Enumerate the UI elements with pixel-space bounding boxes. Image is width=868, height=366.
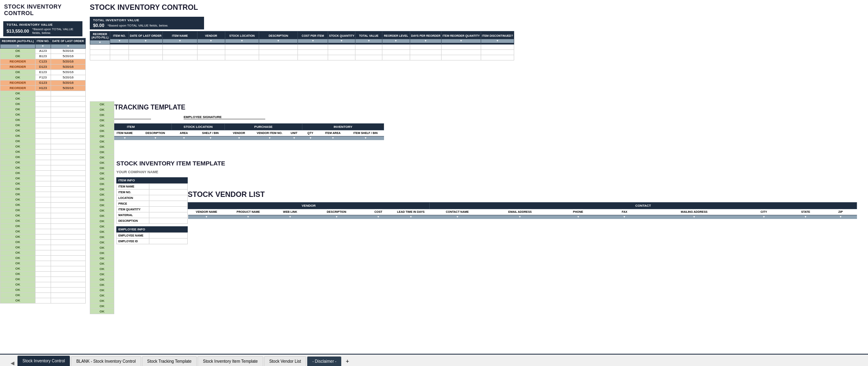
add-tab-button[interactable]: + bbox=[342, 356, 352, 366]
table-row: OK bbox=[90, 181, 114, 187]
sic-value-box: TOTAL INVENTORY VALUE $0.00 *Based upon … bbox=[90, 17, 204, 29]
table-row: OK bbox=[0, 176, 86, 181]
table-row: OK bbox=[90, 102, 114, 107]
table-row: OK bbox=[0, 117, 86, 123]
table-row: OK bbox=[90, 160, 114, 165]
th-reorder: REORDER (auto-fill) bbox=[0, 38, 35, 44]
table-row: OK bbox=[0, 298, 86, 303]
table-row: OK bbox=[0, 192, 86, 197]
table-row: OK bbox=[90, 176, 114, 181]
left-inventory-label: TOTAL INVENTORY VALUE bbox=[7, 23, 79, 27]
table-row: OK bbox=[90, 187, 114, 192]
table-row: OK bbox=[0, 282, 86, 287]
tracking-table: ITEM STOCK LOCATION PURCHASE INVENTORY I… bbox=[90, 123, 384, 140]
table-row: OK bbox=[0, 255, 86, 261]
table-row: OK bbox=[90, 197, 114, 203]
sic-main-table: REORDER(auto-fill)▾ ITEM NO.▾ DATE OF LA… bbox=[90, 31, 514, 60]
emp-info-row: EMPLOYEE ID bbox=[117, 239, 188, 244]
table-row: OK bbox=[0, 202, 86, 208]
tab-stock-inventory-control[interactable]: Stock Inventory Control bbox=[17, 355, 70, 366]
table-row: OK bbox=[90, 224, 114, 229]
item-template-title: STOCK INVENTORY ITEM TEMPLATE bbox=[112, 157, 275, 169]
table-row: OK bbox=[90, 245, 114, 250]
tab-item-template[interactable]: Stock Inventory Item Template bbox=[198, 356, 263, 366]
item-info-row: LOCATION bbox=[117, 195, 188, 201]
table-row: OK bbox=[90, 139, 114, 144]
tracking-title: STOCK TRACKING TEMPLATE bbox=[86, 101, 441, 114]
table-row: OK bbox=[0, 223, 86, 229]
tab-blank-stock[interactable]: BLANK - Stock Inventory Control bbox=[71, 356, 141, 366]
table-row: OK bbox=[90, 234, 114, 240]
table-row: OK bbox=[90, 277, 114, 282]
table-row: OK bbox=[90, 192, 114, 197]
table-row: OK bbox=[0, 128, 86, 133]
table-row: OK bbox=[90, 219, 114, 224]
main-ok-rows: OKOKOKOKOKOKOKOKOKOKOKOKOKOKOKOKOKOKOKOK… bbox=[86, 101, 110, 314]
item-info-row: ITEM NAME bbox=[117, 184, 188, 190]
table-row: OK bbox=[90, 298, 114, 304]
table-row: OK bbox=[90, 118, 114, 123]
table-row: OK bbox=[0, 234, 86, 239]
table-row: OK bbox=[0, 133, 86, 138]
table-row bbox=[90, 50, 514, 55]
table-row: OK bbox=[90, 203, 114, 208]
table-row: OK bbox=[0, 123, 86, 128]
table-row: OK bbox=[90, 256, 114, 261]
item-info-row: DESCRIPTION bbox=[117, 218, 188, 224]
emp-info-row: EMPLOYEE NAME bbox=[117, 233, 188, 239]
table-row: OK bbox=[0, 165, 86, 170]
tab-tracking-template[interactable]: Stock Tracking Template bbox=[142, 356, 197, 366]
table-row: OK bbox=[0, 181, 86, 186]
th-date-last: DATE OF LAST ORDER bbox=[51, 38, 85, 44]
item-info-row: ITEM QUANTITY bbox=[117, 207, 188, 212]
table-row: OK bbox=[0, 91, 86, 96]
table-row: OK bbox=[90, 134, 114, 139]
table-row: OK bbox=[0, 250, 86, 255]
scroll-tabs-left[interactable]: ◀ bbox=[8, 360, 16, 366]
left-panel: STOCK INVENTORY CONTROL TOTAL INVENTORY … bbox=[0, 0, 86, 350]
table-row: OK bbox=[0, 229, 86, 234]
table-row: OK bbox=[90, 250, 114, 256]
table-row: OK bbox=[0, 261, 86, 266]
table-row: OK bbox=[0, 266, 86, 271]
table-row: OK bbox=[90, 112, 114, 118]
table-row: OK bbox=[0, 208, 86, 213]
company-name: YOUR COMPANY NAME bbox=[112, 169, 275, 175]
left-panel-title: STOCK INVENTORY CONTROL bbox=[0, 0, 86, 20]
table-row: OK bbox=[0, 144, 86, 149]
vendor-table: VENDOR CONTACT VENDOR NAME▾ PRODUCT NAME… bbox=[188, 202, 857, 219]
main-container: STOCK INVENTORY CONTROL TOTAL INVENTORY … bbox=[0, 0, 868, 366]
item-info-row: ITEM NO. bbox=[117, 190, 188, 195]
table-row: OK bbox=[0, 271, 86, 277]
vendor-list-title: STOCK VENDOR LIST bbox=[184, 188, 861, 201]
table-row: OK bbox=[90, 171, 114, 176]
table-row: OK bbox=[0, 197, 86, 202]
table-row: OK bbox=[0, 96, 86, 101]
item-info-panel: ITEM INFO ITEM NAME ITEM NO. LOCATION bbox=[116, 177, 188, 224]
table-row: OK bbox=[90, 304, 114, 309]
item-info-row: PRICE bbox=[117, 201, 188, 207]
left-inventory-amount: $13,550.00 bbox=[7, 29, 29, 33]
table-row: OK bbox=[90, 107, 114, 112]
table-row: OK bbox=[90, 293, 114, 298]
table-row: OK bbox=[90, 123, 114, 128]
status-cell: OK bbox=[0, 48, 36, 54]
sic-main-title: STOCK INVENTORY CONTROL bbox=[86, 0, 518, 15]
table-row: OK bbox=[0, 186, 86, 192]
table-row: OK bbox=[0, 218, 86, 223]
table-row: OK bbox=[90, 150, 114, 155]
sic-value-note: *Based upon TOTAL VALUE fields, below. bbox=[108, 24, 169, 27]
sig-field: EMPLOYEE SIGNATURE bbox=[184, 115, 265, 119]
table-row bbox=[90, 45, 514, 50]
table-row: OK bbox=[90, 229, 114, 234]
table-row: OK bbox=[90, 266, 114, 272]
left-main-table: REORDER (auto-fill)▾ ITEM NO.▾ DATE OF L… bbox=[0, 38, 86, 304]
table-row: OK bbox=[0, 107, 86, 112]
tab-vendor-list[interactable]: Stock Vendor List bbox=[264, 356, 306, 366]
sic-value-amount: $0.00 bbox=[93, 23, 104, 28]
main-area: STOCK INVENTORY CONTROL TOTAL INVENTORY … bbox=[86, 0, 868, 350]
emp-info-header: EMPLOYEE INFO bbox=[116, 226, 188, 232]
table-row: OK bbox=[0, 154, 86, 160]
tab-disclaimer[interactable]: - Disclaimer - bbox=[307, 356, 342, 366]
sic-main-section: STOCK INVENTORY CONTROL TOTAL INVENTORY … bbox=[86, 0, 518, 62]
